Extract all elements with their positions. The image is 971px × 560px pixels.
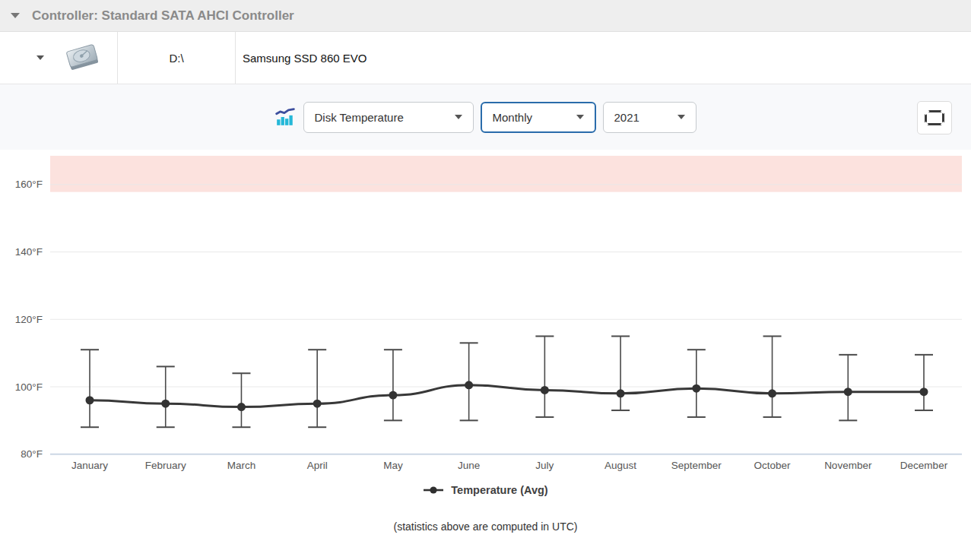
y-tick-label: 80°F (21, 448, 43, 460)
x-tick-label: February (145, 460, 186, 471)
drive-row[interactable]: D:\ Samsung SSD 860 EVO (0, 32, 971, 84)
y-tick-label: 100°F (15, 381, 43, 393)
x-tick-label: June (458, 460, 480, 471)
x-tick-label: August (604, 460, 636, 471)
controller-header: Controller: Standard SATA AHCI Controlle… (0, 0, 971, 32)
data-point (313, 400, 322, 408)
y-tick-label: 160°F (15, 179, 43, 190)
drive-expand-chevron-icon[interactable] (36, 55, 44, 60)
drive-model: Samsung SSD 860 EVO (236, 32, 971, 84)
chart-area: 160°F140°F120°F100°F80°FJanuaryFebruaryM… (0, 150, 971, 533)
year-select-value: 2021 (614, 111, 639, 124)
data-point (389, 391, 397, 400)
data-point (161, 400, 170, 408)
hdd-icon (62, 41, 102, 74)
y-tick-label: 140°F (15, 246, 43, 258)
x-tick-label: November (824, 460, 872, 471)
x-tick-label: July (535, 460, 554, 471)
data-point (465, 381, 473, 389)
data-point (541, 386, 549, 394)
x-tick-label: October (754, 460, 792, 471)
data-point (920, 388, 928, 396)
fullscreen-button[interactable] (917, 101, 952, 134)
legend-label: Temperature (Avg) (451, 484, 547, 496)
data-point (617, 389, 625, 397)
data-point (692, 384, 700, 393)
caret-down-icon (576, 115, 584, 119)
utc-note: (statistics above are computed in UTC) (0, 520, 971, 533)
drive-letter: D:\ (118, 32, 236, 84)
x-tick-label: September (671, 460, 722, 471)
x-tick-label: March (227, 460, 256, 471)
x-tick-label: April (307, 460, 328, 471)
danger-band (50, 156, 962, 192)
y-tick-label: 120°F (15, 314, 43, 325)
collapse-chevron-icon[interactable] (11, 13, 20, 18)
drive-expand-cell (0, 32, 118, 84)
data-point (237, 403, 246, 411)
chart-stats-icon (275, 107, 295, 127)
chart-toolbar: Disk Temperature Monthly 2021 (0, 84, 971, 150)
metric-select-value: Disk Temperature (315, 111, 404, 124)
year-select[interactable]: 2021 (603, 102, 697, 133)
caret-down-icon (677, 115, 685, 119)
metric-select[interactable]: Disk Temperature (303, 102, 474, 133)
controller-title: Controller: Standard SATA AHCI Controlle… (32, 8, 294, 24)
data-point (768, 389, 776, 397)
fullscreen-icon (924, 109, 945, 126)
data-point (86, 396, 94, 404)
period-select-value: Monthly (493, 111, 533, 124)
x-tick-label: May (383, 460, 403, 471)
x-tick-label: January (71, 460, 108, 471)
series-line (90, 385, 924, 407)
caret-down-icon (455, 115, 462, 119)
chart-legend[interactable]: Temperature (Avg) (0, 484, 971, 496)
period-select[interactable]: Monthly (481, 102, 596, 133)
data-point (844, 388, 852, 396)
temperature-chart: 160°F140°F120°F100°F80°FJanuaryFebruaryM… (0, 150, 971, 478)
legend-marker-icon (423, 486, 444, 495)
x-tick-label: December (900, 460, 948, 471)
